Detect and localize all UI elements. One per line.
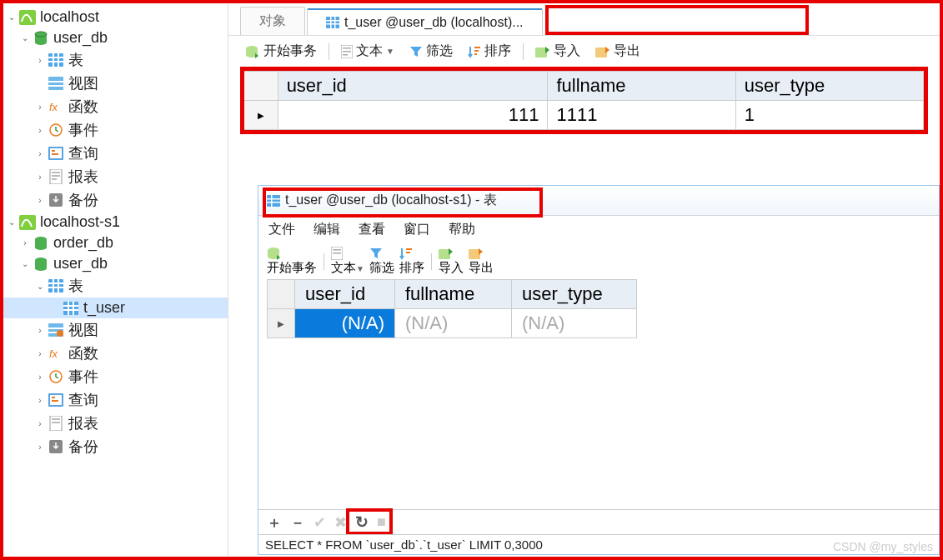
tab-table-localhost[interactable]: t_user @user_db (localhost)... xyxy=(307,8,543,35)
database-node-user-db-s1[interactable]: ⌄user_db xyxy=(3,253,228,274)
button-label: 导入 xyxy=(554,42,580,60)
svg-point-3 xyxy=(35,40,47,45)
grid-row[interactable]: ▶ 111 1111 1 xyxy=(244,101,924,130)
views-folder-s1[interactable]: ›视图 xyxy=(3,318,228,342)
function-icon: fx xyxy=(47,99,65,114)
events-folder[interactable]: ›事件 xyxy=(3,118,228,142)
filter-button[interactable]: 筛选 xyxy=(404,41,458,62)
button-label: 排序 xyxy=(399,260,424,274)
column-header-user-id[interactable]: user_id xyxy=(278,72,548,101)
queries-folder-s1[interactable]: ›查询 xyxy=(3,388,228,412)
views-folder[interactable]: ›视图 xyxy=(3,72,228,95)
svg-rect-53 xyxy=(52,422,60,423)
import-button[interactable]: 导入 xyxy=(530,41,585,62)
window-title: t_user @user_db (localhost-s1) - 表 xyxy=(285,192,497,209)
backups-folder[interactable]: ›备份 xyxy=(3,188,228,212)
svg-rect-64 xyxy=(343,48,351,49)
svg-rect-85 xyxy=(469,249,480,259)
menu-window[interactable]: 窗口 xyxy=(404,221,430,238)
svg-rect-0 xyxy=(19,10,36,25)
cell-fullname[interactable]: (N/A) xyxy=(395,309,512,338)
text-button[interactable]: 文本▼ xyxy=(331,247,364,276)
menu-file[interactable]: 文件 xyxy=(268,221,295,238)
begin-transaction-button[interactable]: 开始事务 xyxy=(267,247,317,276)
tree-label: 报表 xyxy=(68,413,98,433)
table-editor-window: t_user @user_db (localhost-s1) - 表 文件 编辑… xyxy=(258,185,940,555)
connection-node-localhost-s1[interactable]: ⌄ localhost-s1 xyxy=(3,212,228,232)
view-icon xyxy=(47,76,65,91)
tree-label: 备份 xyxy=(68,437,98,457)
export-button[interactable]: 导出 xyxy=(469,247,494,276)
functions-folder-s1[interactable]: ›fx函数 xyxy=(3,342,228,365)
cell-user-id[interactable]: (N/A) xyxy=(295,309,395,338)
cancel-button[interactable]: ✖ xyxy=(334,513,347,532)
begin-transaction-button[interactable]: 开始事务 xyxy=(240,41,322,62)
cell-user-type[interactable]: (N/A) xyxy=(512,309,637,338)
refresh-button[interactable]: ↻ xyxy=(355,512,369,532)
button-label: 导出 xyxy=(469,260,494,274)
svg-rect-57 xyxy=(326,23,339,25)
sort-button[interactable]: 排序 xyxy=(463,41,516,62)
cell-fullname[interactable]: 1111 xyxy=(548,101,735,130)
column-header-fullname[interactable]: fullname xyxy=(548,72,735,101)
backups-folder-s1[interactable]: ›备份 xyxy=(3,435,228,458)
queries-folder[interactable]: ›查询 xyxy=(3,142,228,165)
svg-rect-55 xyxy=(326,17,339,28)
svg-rect-81 xyxy=(333,252,341,254)
tables-folder-s1[interactable]: ⌄表 xyxy=(3,274,228,298)
cell-user-id[interactable]: 111 xyxy=(278,101,548,130)
import-button[interactable]: 导入 xyxy=(439,247,464,276)
events-folder-s1[interactable]: ›事件 xyxy=(3,365,228,388)
reports-folder[interactable]: ›报表 xyxy=(3,165,228,188)
svg-rect-12 xyxy=(48,85,63,87)
svg-point-27 xyxy=(35,245,47,250)
svg-rect-58 xyxy=(330,17,332,28)
svg-rect-84 xyxy=(439,249,450,259)
export-button[interactable]: 导出 xyxy=(590,41,645,62)
menu-edit[interactable]: 编辑 xyxy=(313,221,340,238)
svg-rect-11 xyxy=(48,81,63,82)
add-record-button[interactable]: ＋ xyxy=(267,512,282,532)
menu-help[interactable]: 帮助 xyxy=(449,221,475,238)
svg-rect-80 xyxy=(333,249,341,251)
column-header-user-id[interactable]: user_id xyxy=(295,280,395,309)
svg-rect-72 xyxy=(267,195,280,207)
connection-node-localhost[interactable]: ⌄ localhost xyxy=(3,7,228,28)
button-label: 筛选 xyxy=(426,42,453,60)
tables-folder[interactable]: ›表 xyxy=(3,48,228,72)
svg-rect-20 xyxy=(52,172,60,173)
svg-rect-67 xyxy=(474,47,480,48)
tab-objects[interactable]: 对象 xyxy=(240,7,305,35)
functions-folder[interactable]: ›fx函数 xyxy=(3,95,228,118)
report-icon xyxy=(47,416,65,431)
tree-label: 查询 xyxy=(68,390,98,410)
column-header-fullname[interactable]: fullname xyxy=(395,280,512,309)
cell-user-type[interactable]: 1 xyxy=(735,101,923,130)
window-titlebar[interactable]: t_user @user_db (localhost-s1) - 表 xyxy=(258,186,939,216)
reports-folder-s1[interactable]: ›报表 xyxy=(3,412,228,435)
query-icon xyxy=(47,146,65,161)
filter-button[interactable]: 筛选 xyxy=(369,247,394,276)
svg-rect-56 xyxy=(326,20,339,22)
svg-rect-33 xyxy=(48,287,63,288)
svg-rect-24 xyxy=(19,215,36,230)
sort-button[interactable]: 排序 xyxy=(399,247,424,276)
inner-toolbar: 开始事务 文本▼ 筛选 排序 导入 导出 xyxy=(258,243,939,279)
delete-record-button[interactable]: － xyxy=(290,512,305,532)
table-node-t-user[interactable]: ›t_user xyxy=(3,298,228,318)
menu-view[interactable]: 查看 xyxy=(359,221,385,238)
stop-button[interactable]: ■ xyxy=(377,513,386,531)
svg-rect-70 xyxy=(535,48,547,58)
grid-row[interactable]: ▶ (N/A) (N/A) (N/A) xyxy=(268,309,637,338)
svg-point-30 xyxy=(35,266,47,271)
button-label: 文本 xyxy=(356,42,383,60)
database-node-user-db[interactable]: ⌄ user_db xyxy=(3,28,228,48)
svg-rect-6 xyxy=(48,57,63,58)
column-header-user-type[interactable]: user_type xyxy=(735,72,923,101)
svg-rect-37 xyxy=(63,305,78,307)
table-icon xyxy=(47,52,65,68)
text-button[interactable]: 文本▼ xyxy=(336,41,399,62)
database-node-order-db[interactable]: ›order_db xyxy=(3,232,228,253)
column-header-user-type[interactable]: user_type xyxy=(512,280,637,309)
apply-button[interactable]: ✔ xyxy=(313,513,326,532)
